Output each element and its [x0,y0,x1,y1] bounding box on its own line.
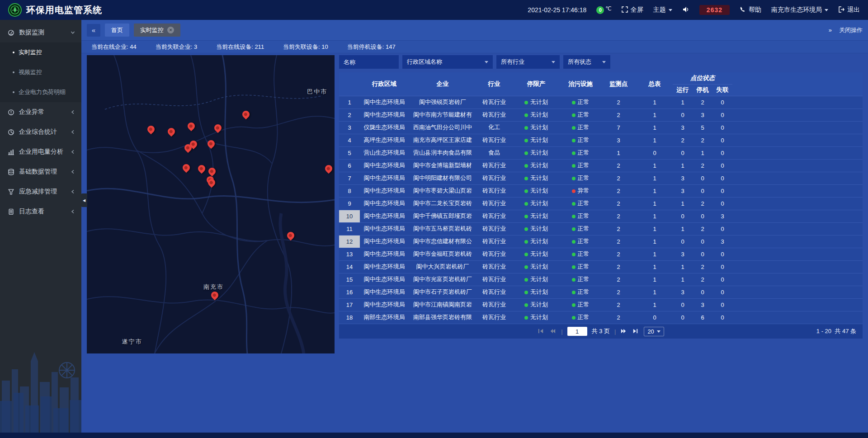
sidebar-group-1[interactable]: 数据监测 [0,23,81,42]
table-row[interactable]: 4高坪生态环境局南充市高坪区王家店建砖瓦行业无计划正常31220 [339,134,863,146]
table-row[interactable]: 15阆中生态环境局阆中市光富页岩机砖厂砖瓦行业无计划正常21120 [339,273,863,286]
chevron-down-icon [552,61,555,63]
temperature-unit: ℃ [605,5,611,12]
status-dot-green [572,240,576,244]
city-label: 遂宁市 [122,338,142,346]
logout-button[interactable]: 退出 [838,6,860,14]
app-title: 环保用电监管系统 [26,4,102,16]
table-row[interactable]: 11阆中生态环境局阆中市五马桥页岩机砖砖瓦行业无计划正常21120 [339,222,863,235]
app-header: 环保用电监管系统 2021-02-25 17:46:18 0 ℃ 全屏 主题 2… [0,0,868,20]
industry-filter-select[interactable]: 所有行业 [496,55,560,69]
table-row[interactable]: 7阆中生态环境局阆中明阳建材有限公司砖瓦行业无计划正常21300 [339,172,863,184]
status-dot-green [524,113,528,117]
bullet-icon [13,91,14,93]
map[interactable]: 巴中市南充市遂宁市 ◀ [87,55,335,353]
close-operations-button[interactable]: 关闭操作 [839,26,863,34]
table-row[interactable]: 9阆中生态环境局阆中市二龙长宝页岩砖砖瓦行业无计划正常21120 [339,197,863,210]
sidebar-item[interactable]: 企业电力负荷明细 [0,82,81,102]
tabs-scroll-right-button[interactable]: » [829,27,832,33]
map-canvas: 巴中市南充市遂宁市 [87,55,335,353]
first-page-button[interactable] [538,328,545,335]
datetime-label: 2021-02-25 17:46:18 [528,6,586,14]
chevron-down-icon [669,9,672,11]
gauge-icon [7,29,14,36]
col-facility: 治污设施 [561,72,600,96]
table-row[interactable]: 13阆中生态环境局阆中市金福旺页岩机砖砖瓦行业无计划正常21300 [339,248,863,260]
last-page-button[interactable] [632,328,639,335]
status-dot-green [524,189,528,193]
prev-page-button[interactable] [549,328,557,335]
fullscreen-icon [622,6,628,14]
status-dot-green [524,215,528,218]
status-dot-green [524,126,528,130]
status-dot-green [572,316,576,320]
pagination-total-label: 1 - 20 共 47 条 [816,327,856,335]
speaker-icon [682,6,689,14]
temperature-value: 0 [596,6,604,14]
log-icon [7,208,14,215]
chevron-icon [71,209,75,214]
table-row[interactable]: 5营山生态环境局营山县润丰肉食品有限食品无计划正常10010 [339,146,863,159]
tab-close-icon[interactable]: × [167,27,174,33]
table-row[interactable]: 18南部生态环境局南部县强华页岩砖有限砖瓦行业无计划正常20060 [339,311,863,324]
help-button[interactable]: 帮助 [740,6,761,14]
table-row[interactable]: 12阆中生态环境局阆中市忠信建材有限公砖瓦行业无计划正常21003 [339,235,863,248]
status-dot-green [524,164,528,168]
database-icon [7,169,14,175]
tab-realtime[interactable]: 实时监控 × [134,24,180,37]
sidebar-item[interactable]: 视频监控 [0,62,81,82]
region-filter-select[interactable]: 行政区域名称 [402,55,493,69]
table-row[interactable]: 17阆中生态环境局阆中市江南镇阆南页岩砖瓦行业无计划正常21030 [339,298,863,311]
chevron-down-icon [602,61,606,63]
table-row[interactable]: 8阆中生态环境局阆中市枣碧大梁山页岩砖瓦行业无计划异常21300 [339,184,863,197]
sidebar-group-6[interactable]: 应急减排管理 [0,182,81,202]
logout-icon [838,6,844,14]
alarm-speaker-button[interactable] [682,6,689,14]
org-dropdown[interactable]: 南充市生态环境局 [771,6,828,14]
fullscreen-button[interactable]: 全屏 [622,6,643,14]
table-row[interactable]: 3仪陇生态环境局西南油气田分公司川中化工无计划正常71350 [339,121,863,134]
table-row[interactable]: 2阆中生态环境局阆中市南方节能建材有砖瓦行业无计划正常21030 [339,108,863,121]
chevron-icon [71,189,75,194]
table-row[interactable]: 14阆中生态环境局阆中大兴页岩机砖厂砖瓦行业无计划正常21120 [339,260,863,273]
table-row[interactable]: 16阆中生态环境局阆中市石子页岩机砖厂砖瓦行业无计划正常21300 [339,286,863,298]
sidebar-item[interactable]: 实时监控 [0,42,81,62]
sidebar-group-2[interactable]: 企业异常 [0,102,81,122]
status-dot-green [572,303,576,307]
col-filler [732,72,863,96]
col-status-group: 点位状态 [673,72,732,84]
chevron-down-icon [825,9,828,11]
status-dot-green [572,126,576,130]
next-page-button[interactable] [620,328,627,335]
status-dot-green [572,177,576,180]
alert-icon [7,109,14,116]
table-row[interactable]: 10阆中生态环境局阆中千佛镇五郎垭页岩砖瓦行业无计划正常21003 [339,210,863,222]
map-collapse-button[interactable]: ◀ [81,193,87,207]
status-dot-green [572,291,576,294]
filter-bar: 行政区域名称 所有行业 所有状态 [339,55,863,69]
pagination-bar: | 共 3 页 | 20 [339,324,863,339]
col-lost: 失联 [712,84,732,96]
sidebar-group-7[interactable]: 日志查看 [0,202,81,221]
sidebar-group-4[interactable]: 企业用电量分析 [0,142,81,162]
chevron-down-icon [485,61,488,63]
sidebar: 数据监测实时监控视频监控企业电力负荷明细企业异常企业综合统计企业用电量分析基础数… [0,20,81,433]
page-number-input[interactable] [567,327,587,336]
app-logo [8,3,22,17]
table-row[interactable]: 6阆中生态环境局阆中市金博瑞新型墙材砖瓦行业无计划正常21120 [339,159,863,172]
phone-icon [740,6,746,14]
name-filter-input[interactable] [339,55,399,69]
tab-home[interactable]: 首页 [105,24,129,37]
theme-dropdown[interactable]: 主题 [653,6,672,14]
status-filter-select[interactable]: 所有状态 [563,55,610,69]
tabs-scroll-left-button[interactable]: « [87,24,100,37]
page-size-select[interactable]: 20 [644,327,664,336]
sidebar-group-3[interactable]: 企业综合统计 [0,122,81,142]
status-dot-green [572,265,576,269]
alarm-count-badge[interactable]: 2632 [699,5,730,15]
table-row[interactable]: 1阆中生态环境局阆中强锐页岩砖厂砖瓦行业无计划正常21120 [339,96,863,108]
status-dot-green [524,316,528,320]
sidebar-group-5[interactable]: 基础数据管理 [0,162,81,182]
status-dot-green [524,253,528,256]
status-dot-green [572,202,576,206]
